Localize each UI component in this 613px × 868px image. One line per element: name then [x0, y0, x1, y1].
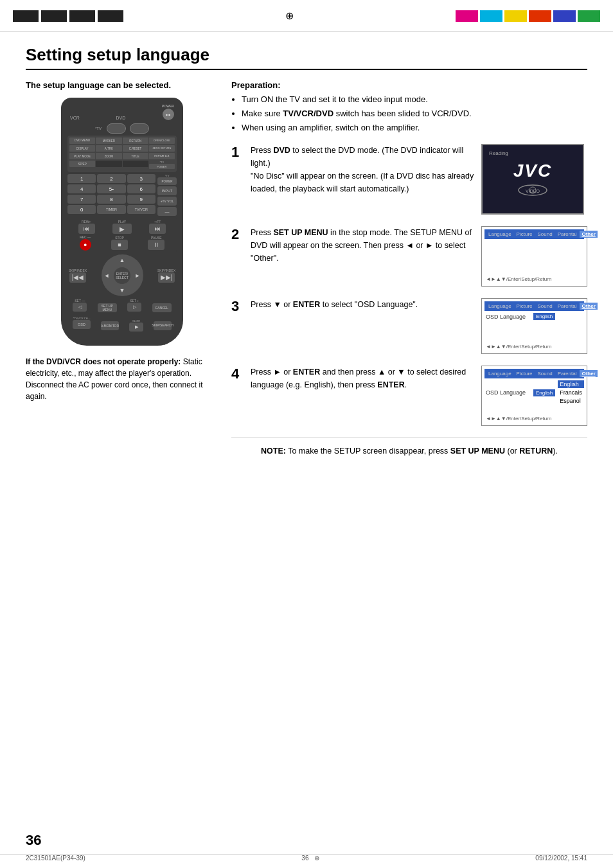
slow-btn[interactable]: ▶	[129, 323, 143, 332]
numpad-area: 1 2 3 4 5• 6 7 8 9 0 TIMER	[67, 174, 177, 216]
dvd-button[interactable]	[130, 123, 149, 134]
tab-sound: Sound	[536, 231, 555, 238]
color-bar-red	[529, 10, 551, 22]
rew-btn[interactable]: ⏮	[78, 224, 95, 234]
power-button[interactable]: •••	[163, 109, 174, 120]
note-section: NOTE: To make the SETUP screen disappear…	[231, 438, 587, 457]
repeat-btn[interactable]: REPEAT A-B	[149, 153, 175, 159]
set-minus-btn[interactable]: ◁	[73, 303, 87, 312]
num-1[interactable]: 1	[67, 174, 96, 183]
skip-search-btn[interactable]: SKIP/SEARCH	[154, 321, 172, 330]
rec-btn[interactable]: ●	[80, 239, 91, 251]
lang-francais: Francais	[558, 389, 584, 396]
vcr-button[interactable]	[107, 123, 126, 134]
menu-screen-3: Language Picture Sound Parental Other OS…	[481, 298, 587, 354]
tab3-other-active: Other	[580, 303, 597, 310]
num-7[interactable]: 7	[67, 195, 96, 204]
color-bar-green	[578, 10, 600, 22]
dvd-menu-btn[interactable]: DVD MENU	[69, 137, 95, 144]
step-2-paragraph: Press SET UP MENU in the stop mode. The …	[251, 226, 476, 265]
color-bar-blue	[553, 10, 576, 22]
title-btn[interactable]: TITLE	[123, 153, 148, 159]
nav-right-arrow[interactable]: ►	[135, 272, 141, 279]
num-3[interactable]: 3	[127, 174, 155, 183]
skip-right-btn[interactable]: ▶▶|	[158, 272, 175, 283]
spep-btn[interactable]: SP/EP	[69, 161, 95, 167]
input-btn[interactable]: INPUT	[157, 186, 177, 195]
tv-vcr-btn[interactable]: TV/VCR	[127, 205, 155, 214]
power-area: POWER •••	[162, 104, 174, 120]
num-4[interactable]: 4	[67, 184, 96, 193]
a-monitor-btn[interactable]: A.MONITOR	[101, 321, 119, 330]
top-bar: ⊕	[0, 0, 613, 32]
ff-btn[interactable]: ⏭	[149, 224, 166, 234]
num-6[interactable]: 6	[127, 184, 155, 193]
marker-btn[interactable]: MARKER	[96, 137, 121, 144]
play-btn[interactable]: ▶	[112, 224, 132, 234]
menu-nav-2: ◄►▲▼/Enter/Setup/Return	[484, 275, 584, 283]
step-4: 4 Press ► or ENTER and then press ▲ or ▼…	[231, 366, 587, 426]
jvc-reading-label: Reading	[489, 150, 508, 156]
return-btn[interactable]: RETURN	[123, 137, 148, 144]
step-4-inner: Press ► or ENTER and then press ▲ or ▼ t…	[251, 366, 587, 426]
nav-left-arrow[interactable]: ◄	[104, 272, 110, 279]
nav-up-arrow[interactable]: ▲	[120, 257, 125, 263]
page-number: 36	[26, 832, 41, 849]
tv-vol-btn[interactable]: +TV VOL	[157, 197, 177, 206]
numpad-right-col: *TV POWER INPUT +TV VOL —	[157, 174, 177, 216]
left-column: The setup language can be selected. VCR …	[26, 80, 218, 457]
tv-power-btn[interactable]: POWER	[149, 164, 175, 169]
pause-btn[interactable]: ⏸	[148, 240, 164, 250]
timer-btn[interactable]: TIMER	[97, 205, 125, 214]
nav-down-arrow[interactable]: ▼	[120, 287, 125, 294]
tv-power-btn2[interactable]: POWER	[157, 177, 177, 185]
tab4-sound: Sound	[536, 370, 555, 377]
menu-screen-4: Language Picture Sound Parental Other OS…	[481, 366, 587, 426]
footer-right: 09/12/2002, 15:41	[535, 855, 587, 862]
prep-item-3: When using an amplifier, switch on the a…	[242, 121, 587, 135]
minus-btn[interactable]: —	[157, 207, 177, 216]
num-9[interactable]: 9	[127, 195, 155, 204]
skip-left-btn[interactable]: |◀◀	[69, 272, 86, 283]
atrk-btn[interactable]: A.TRK	[96, 145, 121, 152]
tab4-language: Language	[486, 370, 513, 377]
num-5[interactable]: 5•	[97, 184, 125, 193]
bar-block-1	[13, 10, 39, 22]
menu-screen-2: Language Picture Sound Parental Other ◄►…	[481, 226, 587, 287]
num-0[interactable]: 0	[67, 205, 96, 214]
right-column: Preparation: Turn ON the TV and set it t…	[231, 80, 587, 457]
tab-language: Language	[486, 231, 513, 238]
skip-r-label: SKIP/INDEX	[157, 269, 175, 272]
step-4-screen: Language Picture Sound Parental Other OS…	[481, 366, 587, 426]
set-plus-btn[interactable]: ▷	[127, 303, 141, 312]
top-bar-left-blocks	[13, 10, 123, 22]
set-buttons-row: SET — ◁ SET UP MENU SET + ▷ CANCEL	[67, 298, 177, 312]
open-close-btn[interactable]: OPEN/CLOSE	[149, 137, 175, 144]
step-1-screen: Reading JVC VIDEO	[481, 144, 587, 215]
note-bold-2: RETURN	[519, 447, 553, 456]
display-btn[interactable]: DISPLAY	[69, 145, 95, 152]
empty-space-1	[96, 161, 121, 167]
setup-menu-btn[interactable]: SET UP MENU	[98, 303, 117, 312]
skip-l-label: SKIP/INDEX	[69, 269, 87, 272]
menu-row-osd-4: OSD Language English English Francais Es…	[484, 380, 584, 405]
enter-bold-4: ENTER	[293, 368, 320, 376]
zero-return-btn[interactable]: ZERO RETURN	[149, 145, 175, 152]
bar-block-3	[69, 10, 95, 22]
lang-espanol: Espanol	[558, 397, 584, 405]
step-3-screen: Language Picture Sound Parental Other OS…	[481, 298, 587, 354]
osd-btn[interactable]: OSD	[73, 320, 91, 329]
play-mode-btn[interactable]: PLAY MODE	[69, 153, 95, 159]
transport-section: REW⇐ ⏮ PLAY ▶ ⇒FF ⏭	[67, 218, 177, 252]
empty-space-2	[123, 161, 148, 167]
footer-center: 36 ⊕	[301, 855, 319, 862]
tab4-picture: Picture	[515, 370, 535, 377]
zoom-btn[interactable]: ZOOM	[96, 153, 121, 159]
num-2[interactable]: 2	[97, 174, 125, 183]
cancel-btn[interactable]: CANCEL	[152, 303, 172, 312]
stop-btn[interactable]: ■	[111, 240, 128, 250]
enter-select-btn[interactable]: ENTER/SELECT	[114, 267, 130, 284]
creset-btn[interactable]: C.RESET	[123, 145, 148, 152]
num-8[interactable]: 8	[97, 195, 125, 204]
footer-left: 2C31501AE(P34-39)	[26, 855, 85, 862]
